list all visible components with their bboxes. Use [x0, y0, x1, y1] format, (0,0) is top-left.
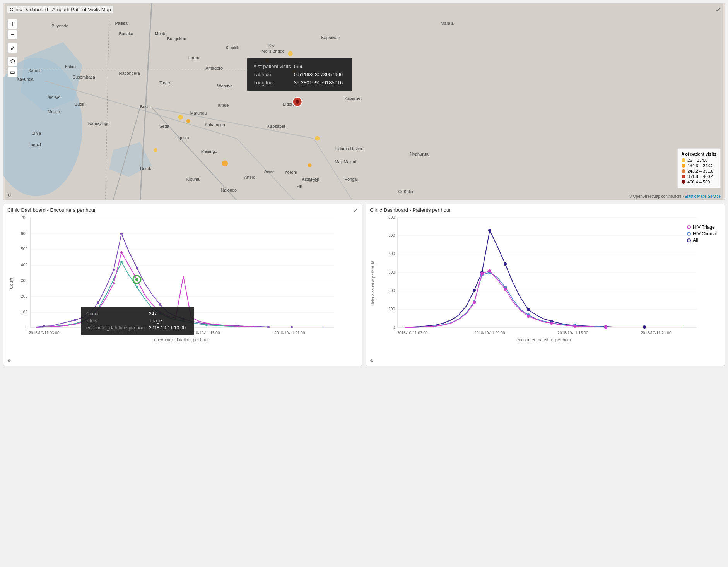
svg-text:elil: elil	[297, 185, 302, 189]
legend-color-1	[682, 158, 685, 162]
svg-point-147	[504, 262, 507, 266]
hiv-triage-legend-icon	[687, 225, 691, 229]
svg-point-101	[113, 269, 115, 271]
svg-point-148	[527, 308, 530, 311]
svg-text:300: 300	[388, 270, 395, 274]
svg-text:Iganga: Iganga	[48, 94, 61, 99]
svg-text:Busembatia: Busembatia	[73, 75, 96, 79]
svg-point-146	[488, 229, 491, 232]
svg-text:Kipkelion: Kipkelion	[302, 177, 319, 182]
svg-text:2018-10-11 15:00: 2018-10-11 15:00	[558, 331, 588, 335]
svg-point-67	[288, 51, 293, 56]
svg-point-116	[113, 282, 115, 284]
svg-text:Majengo: Majengo	[201, 149, 217, 154]
svg-text:400: 400	[388, 252, 395, 256]
svg-text:600: 600	[21, 231, 27, 236]
tooltip-lat-value: 0.5116863073957966	[294, 70, 346, 79]
svg-text:Jinja: Jinja	[32, 131, 41, 135]
encounters-source-indicator: ⚙	[7, 358, 11, 363]
hiv-triage-legend-label: HIV Triage	[693, 224, 715, 230]
svg-text:500: 500	[388, 233, 395, 238]
legend-color-5	[682, 180, 685, 184]
svg-point-166	[550, 322, 553, 325]
svg-point-117	[120, 251, 123, 254]
tooltip-lat-label: Latitude	[253, 70, 294, 79]
svg-text:Rongai: Rongai	[344, 177, 358, 182]
svg-text:2018-10-11 03:00: 2018-10-11 03:00	[29, 331, 60, 335]
svg-text:Kapsabet: Kapsabet	[267, 124, 285, 128]
map-background: Buyende Pallisa Kamuli Kaliro Mbale Buda…	[3, 3, 725, 200]
zoom-in-button[interactable]: +	[7, 19, 17, 29]
svg-point-112	[136, 286, 138, 288]
legend-range-5: 460.4 – 569	[687, 180, 710, 184]
svg-text:Iutere: Iutere	[218, 103, 229, 108]
patients-chart-panel: Clinic Dashboard - Patients per hour HIV…	[366, 204, 725, 366]
tooltip-lng-value: 35.280199059185016	[294, 79, 346, 87]
svg-text:Bugiri: Bugiri	[75, 102, 85, 106]
svg-text:200: 200	[388, 289, 395, 293]
svg-point-165	[527, 315, 530, 318]
svg-text:Pallisa: Pallisa	[115, 21, 128, 26]
svg-point-144	[473, 289, 476, 292]
legend-item-4: 351.8 – 460.4	[682, 174, 716, 179]
svg-point-102	[120, 233, 123, 235]
svg-text:Mbale: Mbale	[155, 31, 166, 36]
svg-text:100: 100	[388, 307, 395, 311]
svg-text:Ol Kalou: Ol Kalou	[398, 189, 415, 194]
enc-tooltip-count-value: 247	[149, 310, 189, 317]
svg-text:Namayingo: Namayingo	[88, 121, 109, 126]
svg-text:Ugunja: Ugunja	[176, 135, 190, 140]
legend-color-3	[682, 169, 685, 173]
reset-bearing-button[interactable]: ⤢	[7, 43, 17, 53]
legend-range-2: 134.6 – 243.2	[687, 163, 713, 168]
svg-text:Bungokho: Bungokho	[167, 36, 186, 41]
svg-point-73	[296, 100, 299, 104]
zoom-out-button[interactable]: −	[7, 30, 17, 40]
map-controls: + − ⤢ ⬠ ▭	[7, 19, 17, 77]
map-expand-button[interactable]: ⤢	[716, 6, 721, 13]
encounters-chart-tooltip: Count 247 filters Triage encounter_datet…	[81, 307, 194, 335]
svg-text:Kayunga: Kayunga	[17, 77, 34, 81]
polygon-draw-button[interactable]: ⬠	[7, 56, 17, 66]
tooltip-visits-label: # of patient visits	[253, 62, 294, 70]
svg-point-63	[178, 115, 183, 120]
all-legend-label: All	[693, 238, 698, 243]
patients-chart-legend: HIV Triage HIV Clinical All	[687, 223, 717, 244]
svg-point-99	[74, 319, 76, 321]
legend-color-4	[682, 175, 685, 178]
svg-text:Nagongera: Nagongera	[119, 71, 140, 75]
svg-point-163	[488, 269, 491, 272]
svg-point-64	[186, 119, 190, 123]
elastic-maps-link[interactable]: Elastic Maps Service	[685, 194, 721, 199]
svg-text:500: 500	[21, 247, 27, 251]
svg-text:Budaka: Budaka	[119, 31, 133, 36]
svg-text:2018-10-11 21:00: 2018-10-11 21:00	[641, 331, 672, 335]
svg-text:2018-10-11 21:00: 2018-10-11 21:00	[275, 331, 305, 335]
svg-point-66	[154, 148, 157, 152]
svg-point-164	[504, 288, 507, 291]
svg-text:Awasi: Awasi	[264, 169, 275, 174]
svg-point-168	[604, 325, 607, 329]
svg-text:Kio: Kio	[268, 43, 275, 48]
legend-range-3: 243.2 – 351.8	[687, 169, 713, 173]
svg-text:Kapsowar: Kapsowar	[321, 35, 340, 40]
enc-tooltip-filters-value: Triage	[149, 317, 189, 324]
svg-text:Busia: Busia	[140, 104, 151, 109]
svg-text:encounter_datetime per hour: encounter_datetime per hour	[516, 337, 571, 342]
enc-tooltip-filters-label: filters	[86, 317, 149, 324]
rectangle-draw-button[interactable]: ▭	[7, 67, 17, 77]
map-title: Clinic Dashboard - Ampath Patient Visits…	[7, 6, 113, 13]
svg-point-71	[308, 163, 312, 167]
svg-text:Lugazi: Lugazi	[28, 142, 41, 147]
svg-text:Moi's Bridge: Moi's Bridge	[261, 49, 285, 53]
svg-text:Unique count of patient_id: Unique count of patient_id	[371, 261, 375, 306]
hiv-clinical-legend-label: HIV Clinical	[693, 231, 717, 236]
svg-point-104	[159, 303, 161, 306]
all-legend-icon	[687, 238, 691, 242]
svg-text:0: 0	[393, 325, 395, 330]
svg-text:encounter_datetime per hour: encounter_datetime per hour	[154, 337, 209, 342]
svg-point-100	[97, 301, 99, 304]
encounters-expand-button[interactable]: ⤢	[354, 207, 358, 213]
svg-text:100: 100	[21, 310, 27, 314]
map-panel: Clinic Dashboard - Ampath Patient Visits…	[3, 3, 725, 200]
